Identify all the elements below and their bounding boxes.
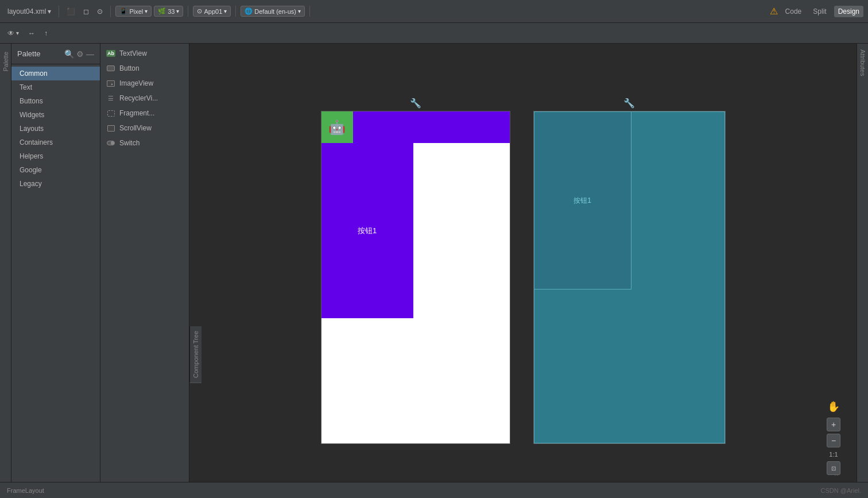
android-logo: 🤖 — [328, 119, 346, 136]
palette-item-widgets[interactable]: Widgets — [11, 108, 100, 122]
attributes-tab-label[interactable]: Attributes — [859, 49, 866, 76]
layout-type-label: FrameLayout — [7, 487, 44, 494]
blueprint-inner-rect: 按钮1 — [534, 111, 631, 289]
component-item-fragment[interactable]: Fragment... — [100, 106, 189, 121]
component-item-button[interactable]: Button — [100, 61, 189, 76]
component-item-recyclerview[interactable]: ☰ RecyclerVi... — [100, 91, 189, 106]
app-chevron: ▾ — [224, 8, 227, 14]
zoom-fit-btn[interactable]: ⊡ — [827, 461, 840, 475]
palette-item-google[interactable]: Google — [11, 163, 100, 177]
palette-item-text[interactable]: Text — [11, 80, 100, 94]
left-tab: Palette — [0, 44, 11, 498]
second-toolbar: 👁 ▾ ↔ ↑ — [0, 23, 868, 44]
phone-frame-design: 🔧 🤖 按钮1 — [321, 98, 510, 444]
up-icon: ↑ — [44, 29, 48, 37]
file-dropdown-arrow: ▾ — [48, 7, 51, 16]
button-label-text: 按钮1 — [358, 226, 377, 236]
switch-icon — [106, 138, 115, 148]
android-block: 🤖 — [321, 111, 353, 143]
top-toolbar: layout04.xml ▾ ⬛ ◻ ⊙ 📱 Pixel ▾ 🌿 33 ▾ ⊙ … — [0, 0, 868, 23]
zoom-ratio: 1:1 — [829, 450, 838, 459]
view-icons-group: ⬛ ◻ ⊙ — [64, 6, 111, 17]
orientation-btn[interactable]: ⊙ — [94, 6, 106, 17]
palette-item-helpers[interactable]: Helpers — [11, 149, 100, 163]
canvas-area: 🔧 🤖 按钮1 🔧 按钮1 — [189, 44, 857, 498]
device-group: 📱 Pixel ▾ 🌿 33 ▾ — [115, 6, 188, 17]
zoom-in-btn[interactable]: + — [827, 418, 840, 431]
palette-item-layouts[interactable]: Layouts — [11, 122, 100, 136]
palette-title: Palette — [17, 49, 40, 58]
component-submenu: Ab TextView Button ImageView ☰ RecyclerV… — [100, 44, 189, 498]
phone-screen-design[interactable]: 🤖 按钮1 — [321, 111, 510, 444]
device-label: Pixel — [129, 8, 143, 15]
button-label: Button — [119, 64, 140, 72]
device-dropdown[interactable]: 📱 Pixel ▾ — [115, 6, 152, 17]
eye-btn[interactable]: 👁 ▾ — [5, 28, 22, 39]
right-sidebar: Attributes — [857, 44, 868, 498]
recyclerview-icon: ☰ — [106, 94, 115, 103]
component-item-textview[interactable]: Ab TextView — [100, 46, 189, 61]
api-dropdown[interactable]: 🌿 33 ▾ — [154, 6, 183, 17]
design-surface-btn[interactable]: ⬛ — [64, 6, 78, 17]
textview-icon: Ab — [106, 49, 115, 58]
file-group: layout04.xml ▾ — [5, 6, 59, 17]
up-btn[interactable]: ↑ — [41, 28, 51, 39]
fragment-icon — [106, 109, 115, 118]
component-tree-label[interactable]: Component Tree — [189, 326, 202, 383]
palette-settings-icon[interactable]: ⚙ — [76, 49, 84, 59]
palette-item-containers[interactable]: Containers — [11, 136, 100, 149]
eye-icon: 👁 — [7, 29, 14, 37]
api-chevron: ▾ — [176, 8, 179, 14]
fragment-label: Fragment... — [119, 109, 154, 117]
eye-dropdown: ▾ — [16, 30, 19, 36]
app-icon: ⊙ — [197, 7, 202, 15]
code-mode-btn[interactable]: Code — [781, 6, 806, 17]
palette-item-legacy[interactable]: Legacy — [11, 177, 100, 191]
app-dropdown[interactable]: ⊙ App01 ▾ — [193, 6, 231, 17]
palette-item-buttons[interactable]: Buttons — [11, 94, 100, 108]
arrow-icon: ↔ — [28, 29, 35, 37]
phone-screen-blueprint[interactable]: 按钮1 — [533, 111, 726, 444]
file-dropdown[interactable]: layout04.xml ▾ — [5, 6, 54, 17]
palette-item-common[interactable]: Common — [11, 67, 100, 80]
zoom-controls: ✋ + − 1:1 ⊡ — [827, 400, 840, 475]
purple-top-block — [353, 111, 510, 143]
hand-tool[interactable]: ✋ — [827, 400, 840, 413]
component-item-scrollview[interactable]: ScrollView — [100, 121, 189, 136]
palette-panel: Palette 🔍 ⚙ — Common Text Buttons Widget… — [11, 44, 100, 498]
phone-pin-1: 🔧 — [410, 98, 421, 109]
app-label: App01 — [204, 8, 222, 15]
palette-header-icons: 🔍 ⚙ — — [64, 49, 94, 59]
imageview-icon — [106, 79, 115, 88]
palette-collapse-icon[interactable]: — — [86, 49, 94, 59]
design-mode-btn[interactable]: Design — [834, 6, 863, 17]
blueprint-btn[interactable]: ◻ — [80, 6, 92, 17]
palette-tab-label[interactable]: Palette — [1, 49, 10, 74]
main-layout: Palette Palette 🔍 ⚙ — Common Text Button… — [0, 44, 868, 498]
palette-header: Palette 🔍 ⚙ — — [11, 44, 100, 64]
palette-search-icon[interactable]: 🔍 — [64, 49, 74, 59]
component-item-imageview[interactable]: ImageView — [100, 76, 189, 91]
imageview-label: ImageView — [119, 79, 153, 87]
locale-icon: 🌐 — [245, 7, 253, 15]
locale-dropdown[interactable]: 🌐 Default (en-us) ▾ — [241, 6, 305, 17]
warning-icon[interactable]: ⚠ — [770, 6, 778, 17]
attribution: CSDN @Ariel. — [821, 487, 861, 494]
purple-main-block: 按钮1 — [321, 143, 413, 318]
device-chevron: ▾ — [145, 8, 148, 14]
locale-group: 🌐 Default (en-us) ▾ — [241, 6, 310, 17]
zoom-out-btn[interactable]: − — [827, 434, 840, 447]
recyclerview-label: RecyclerVi... — [119, 94, 158, 102]
button-icon — [106, 64, 115, 73]
file-label: layout04.xml — [7, 7, 46, 16]
split-mode-btn[interactable]: Split — [809, 6, 830, 17]
phone-frame-blueprint: 🔧 按钮1 — [533, 98, 726, 444]
locale-chevron: ▾ — [298, 8, 301, 14]
api-icon: 🌿 — [158, 7, 166, 15]
api-label: 33 — [168, 8, 175, 15]
blueprint-button-label: 按钮1 — [574, 196, 591, 206]
arrow-btn[interactable]: ↔ — [25, 28, 38, 39]
phone-pin-2: 🔧 — [623, 98, 635, 109]
component-item-switch[interactable]: Switch — [100, 136, 189, 150]
textview-label: TextView — [119, 49, 147, 57]
